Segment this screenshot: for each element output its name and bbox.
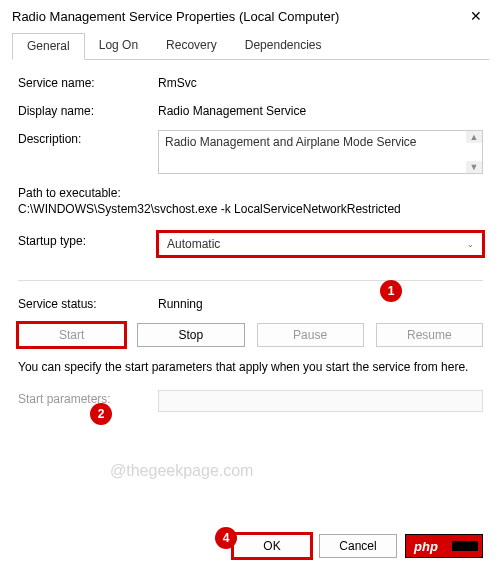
value-service-status: Running (158, 295, 483, 311)
start-button[interactable]: Start (18, 323, 125, 347)
titlebar: Radio Management Service Properties (Loc… (0, 0, 501, 32)
php-badge: php (405, 534, 483, 558)
label-start-params: Start parameters: (18, 390, 158, 406)
label-description: Description: (18, 130, 158, 146)
description-textbox[interactable]: Radio Management and Airplane Mode Servi… (158, 130, 483, 174)
tab-recovery[interactable]: Recovery (152, 33, 231, 60)
service-control-buttons: Start Stop Pause Resume (18, 323, 483, 347)
value-display-name: Radio Management Service (158, 102, 483, 118)
value-service-name: RmSvc (158, 74, 483, 90)
chevron-down-icon: ⌄ (467, 240, 474, 249)
pause-button[interactable]: Pause (257, 323, 364, 347)
value-startup-type: Automatic (167, 237, 220, 251)
stop-button[interactable]: Stop (137, 323, 244, 347)
general-panel: Service name: RmSvc Display name: Radio … (0, 60, 501, 412)
label-service-name: Service name: (18, 74, 158, 90)
scroll-up-icon[interactable]: ▲ (466, 131, 482, 143)
ok-button[interactable]: OK (233, 534, 311, 558)
row-start-params: Start parameters: (18, 390, 483, 412)
start-params-input (158, 390, 483, 412)
row-service-name: Service name: RmSvc (18, 74, 483, 90)
tab-logon[interactable]: Log On (85, 33, 152, 60)
value-description: Radio Management and Airplane Mode Servi… (165, 135, 416, 149)
scroll-down-icon[interactable]: ▼ (466, 161, 482, 173)
description-scrollbar[interactable]: ▲ ▼ (466, 131, 482, 173)
cancel-button[interactable]: Cancel (319, 534, 397, 558)
row-display-name: Display name: Radio Management Service (18, 102, 483, 118)
window-title: Radio Management Service Properties (Loc… (12, 9, 461, 24)
path-section: Path to executable: C:\WINDOWS\System32\… (18, 186, 483, 216)
start-params-hint: You can specify the start parameters tha… (18, 359, 483, 376)
tab-strip: General Log On Recovery Dependencies (12, 32, 489, 60)
startup-type-select[interactable]: Automatic ⌄ (158, 232, 483, 256)
label-service-status: Service status: (18, 295, 158, 311)
resume-button[interactable]: Resume (376, 323, 483, 347)
tab-dependencies[interactable]: Dependencies (231, 33, 336, 60)
label-display-name: Display name: (18, 102, 158, 118)
tab-general[interactable]: General (12, 33, 85, 60)
value-path: C:\WINDOWS\System32\svchost.exe -k Local… (18, 202, 483, 216)
label-startup-type: Startup type: (18, 232, 158, 248)
divider (18, 280, 483, 281)
label-path: Path to executable: (18, 186, 483, 200)
row-startup-type: Startup type: Automatic ⌄ (18, 232, 483, 256)
row-description: Description: Radio Management and Airpla… (18, 130, 483, 174)
watermark: @thegeekpage.com (110, 462, 253, 480)
close-button[interactable]: ✕ (461, 6, 491, 26)
close-icon: ✕ (470, 8, 482, 24)
row-service-status: Service status: Running (18, 295, 483, 311)
